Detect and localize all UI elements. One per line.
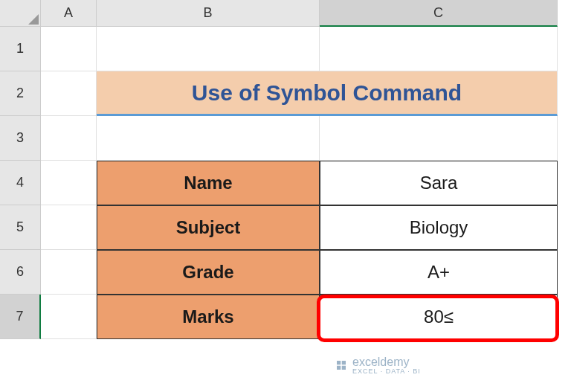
- cell-b3[interactable]: [97, 116, 320, 161]
- cell-a7[interactable]: [41, 295, 97, 339]
- row-header-5[interactable]: 5: [0, 205, 41, 250]
- cell-a6[interactable]: [41, 250, 97, 295]
- label-marks[interactable]: Marks: [97, 295, 320, 339]
- title-cell[interactable]: Use of Symbol Command: [97, 71, 558, 116]
- spreadsheet-grid: A B C 1 2 Use of Symbol Command 3 4 Name…: [0, 0, 571, 339]
- cell-a2[interactable]: [41, 71, 97, 116]
- watermark: exceldemy EXCEL · DATA · BI: [335, 356, 421, 375]
- row-header-4[interactable]: 4: [0, 161, 41, 205]
- cell-c1[interactable]: [320, 27, 558, 71]
- label-subject[interactable]: Subject: [97, 205, 320, 250]
- row-header-7[interactable]: 7: [0, 295, 41, 339]
- row-header-6[interactable]: 6: [0, 250, 41, 295]
- col-header-b[interactable]: B: [97, 0, 320, 27]
- row-header-1[interactable]: 1: [0, 27, 41, 71]
- label-grade[interactable]: Grade: [97, 250, 320, 295]
- cell-a4[interactable]: [41, 161, 97, 205]
- row-header-3[interactable]: 3: [0, 116, 41, 161]
- cell-b1[interactable]: [97, 27, 320, 71]
- svg-rect-1: [342, 361, 346, 364]
- value-subject[interactable]: Biology: [320, 205, 558, 250]
- row-header-2[interactable]: 2: [0, 71, 41, 116]
- col-header-a[interactable]: A: [41, 0, 97, 27]
- watermark-tagline: EXCEL · DATA · BI: [352, 367, 421, 375]
- value-grade[interactable]: A+: [320, 250, 558, 295]
- value-name[interactable]: Sara: [320, 161, 558, 205]
- svg-rect-2: [337, 366, 341, 370]
- svg-rect-3: [342, 366, 346, 370]
- select-all-corner[interactable]: [0, 0, 41, 27]
- value-marks[interactable]: 80≤: [320, 295, 558, 339]
- svg-rect-0: [337, 361, 341, 364]
- cell-a3[interactable]: [41, 116, 97, 161]
- col-header-c[interactable]: C: [320, 0, 558, 27]
- label-name[interactable]: Name: [97, 161, 320, 205]
- cell-a1[interactable]: [41, 27, 97, 71]
- cell-a5[interactable]: [41, 205, 97, 250]
- cell-c3[interactable]: [320, 116, 558, 161]
- watermark-icon: [335, 359, 348, 372]
